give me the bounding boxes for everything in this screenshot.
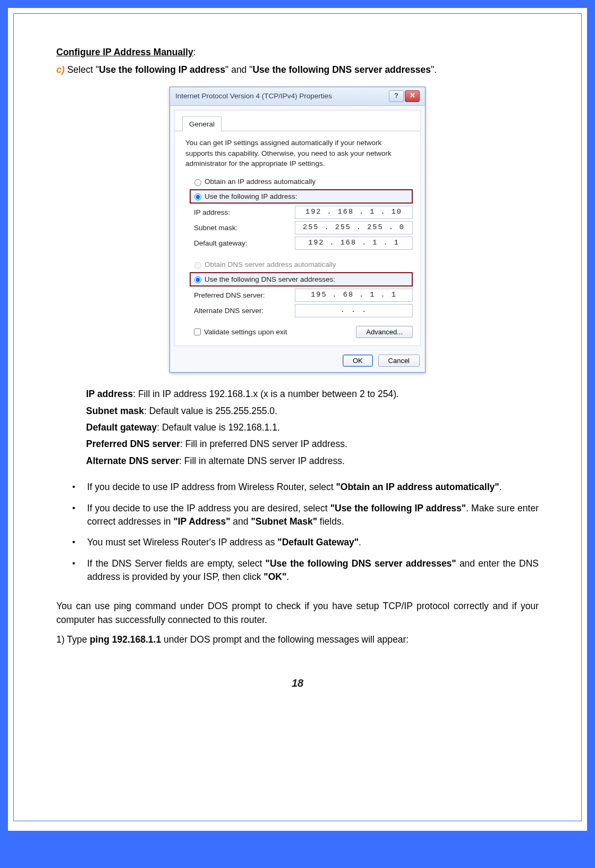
input-preferred-dns[interactable]: 195 . 68 . 1 . 1 xyxy=(295,289,413,302)
dialog-titlebar: Internet Protocol Version 4 (TCP/IPv4) P… xyxy=(170,87,425,106)
cancel-button[interactable]: Cancel xyxy=(378,355,420,367)
input-default-gateway[interactable]: 192 . 168 . 1 . 1 xyxy=(295,237,413,250)
section-heading-suffix: : xyxy=(193,47,196,57)
label-alternate-dns: Alternate DNS server: xyxy=(182,306,295,316)
checkbox-validate[interactable] xyxy=(194,328,201,335)
close-button[interactable]: ✕ xyxy=(405,90,420,102)
help-button[interactable]: ? xyxy=(389,90,404,102)
step-prefix: c) xyxy=(56,64,65,75)
label-preferred-dns: Preferred DNS server: xyxy=(182,290,295,301)
list-item: If you decide to use the IP address you … xyxy=(69,502,539,529)
checkbox-validate-label: Validate settings upon exit xyxy=(204,327,287,338)
radio-static-ip-input[interactable] xyxy=(194,193,201,200)
section-heading: Configure IP Address Manually xyxy=(56,47,193,57)
radio-static-dns-input[interactable] xyxy=(194,276,201,283)
list-item: If the DNS Server fields are empty, sele… xyxy=(69,557,539,584)
radio-auto-ip-input[interactable] xyxy=(194,179,201,186)
dialog-title: Internet Protocol Version 4 (TCP/IPv4) P… xyxy=(175,91,332,102)
advanced-button[interactable]: Advanced... xyxy=(356,326,413,338)
radio-static-dns[interactable]: Use the following DNS server addresses: xyxy=(190,272,413,287)
label-default-gateway: Default gateway: xyxy=(182,238,295,249)
input-ip-address[interactable]: 192 . 168 . 1 . 10 xyxy=(295,206,413,219)
closing-paragraph-1: You can use ping command under DOS promp… xyxy=(56,600,539,627)
radio-auto-ip[interactable]: Obtain an IP address automatically xyxy=(192,176,413,187)
radio-auto-dns-input xyxy=(194,262,201,269)
input-alternate-dns[interactable]: . . . xyxy=(295,304,413,317)
closing-paragraph-2: 1) Type ping 192.168.1.1 under DOS promp… xyxy=(56,633,539,646)
list-item: If you decide to use IP address from Wir… xyxy=(69,481,539,494)
radio-auto-dns: Obtain DNS server address automatically xyxy=(192,259,413,270)
field-definitions: IP address: Fill in IP address 192.168.1… xyxy=(86,387,539,468)
dialog-description: You can get IP settings assigned automat… xyxy=(185,138,410,169)
list-item: You must set Wireless Router's IP addres… xyxy=(69,536,539,549)
page-number: 18 xyxy=(56,676,539,691)
ipv4-properties-dialog: Internet Protocol Version 4 (TCP/IPv4) P… xyxy=(169,87,426,373)
radio-static-ip[interactable]: Use the following IP address: xyxy=(190,189,413,204)
step-c-line: c) Select "Use the following IP address"… xyxy=(56,63,539,77)
input-subnet-mask[interactable]: 255 . 255 . 255 . 0 xyxy=(295,221,413,234)
tab-general[interactable]: General xyxy=(182,116,222,132)
label-subnet-mask: Subnet mask: xyxy=(182,223,295,233)
ok-button[interactable]: OK xyxy=(343,355,373,367)
instruction-bullets: If you decide to use IP address from Wir… xyxy=(69,481,539,584)
label-ip-address: IP address: xyxy=(182,207,295,218)
